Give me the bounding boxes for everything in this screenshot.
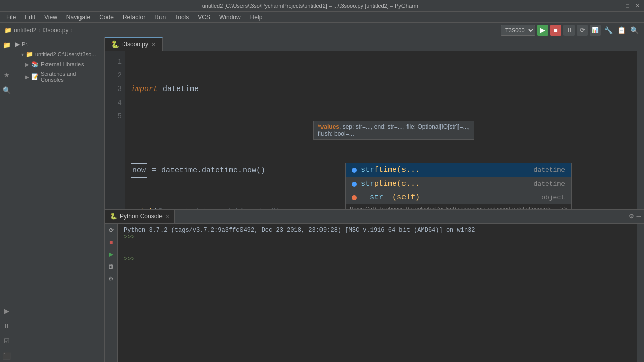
menu-tools[interactable]: Tools — [171, 13, 193, 22]
run-button[interactable]: ▶ — [537, 25, 548, 36]
breadcrumb-sep1: › — [38, 27, 40, 34]
menu-view[interactable]: View — [40, 13, 61, 22]
menu-navigate[interactable]: Navigate — [62, 13, 94, 22]
toolbar-btn3[interactable]: 🔍 — [629, 25, 640, 36]
coverage-button[interactable]: ⟳ — [577, 25, 588, 36]
menu-run[interactable]: Run — [150, 13, 170, 22]
console-settings-icon[interactable]: ⚙ — [629, 213, 634, 220]
tab-close-icon[interactable]: ✕ — [151, 41, 156, 48]
ac-item-strftime[interactable]: strftime(s... datetime — [346, 163, 571, 177]
profile-button[interactable]: 📊 — [590, 25, 601, 36]
ac-source-1: datetime — [534, 166, 565, 174]
icon-search[interactable]: 🔍 — [1, 84, 12, 96]
tab-bar: 🐍 t3sooo.py ✕ — [105, 37, 644, 51]
sidebar: ▶ Pr. ▾ 📁 untitled2 C:\Users\t3so... ▶ 📚… — [13, 37, 105, 362]
tab-t3sooo[interactable]: 🐍 t3sooo.py ✕ — [105, 37, 163, 51]
icon-fav[interactable]: ★ — [1, 69, 12, 80]
console-stop-btn[interactable]: ■ — [107, 238, 116, 247]
console-prompt-2: >>> — [124, 256, 631, 263]
ac-dot-2 — [352, 182, 357, 187]
bottom-panel: 🐍 Python Console ✕ ⚙ ─ ⟳ ■ ▶ 🗑 ⚙ — [105, 209, 644, 363]
scratches-label: Scratches and Consoles — [41, 71, 100, 83]
run-config: T3S000 ▶ ■ ⏸ ⟳ 📊 🔧 📋 🔍 — [501, 25, 640, 36]
console-restart-btn[interactable]: ⟳ — [107, 226, 116, 235]
scratches-icon: 📝 — [31, 73, 39, 80]
menu-vcs[interactable]: VCS — [194, 13, 214, 22]
ac-source-2: datetime — [534, 180, 565, 188]
tab-label: t3sooo.py — [122, 41, 148, 48]
menu-refactor[interactable]: Refactor — [119, 13, 149, 22]
minimize-btn[interactable]: ─ — [616, 3, 620, 9]
window-controls: ─ □ ✕ — [616, 3, 640, 9]
breadcrumb-sep2: › — [70, 27, 72, 34]
ac-source-3: object — [541, 194, 565, 201]
console-right-gutter — [637, 224, 644, 363]
ac-dot-3 — [352, 195, 357, 200]
console-tab-close-icon[interactable]: ✕ — [165, 214, 169, 219]
console-minimize-icon[interactable]: ─ — [636, 213, 641, 220]
toolbar-btn2[interactable]: 📋 — [616, 25, 627, 36]
icon-terminal[interactable]: ⬛ — [1, 350, 12, 361]
sidebar-item-root[interactable]: ▾ 📁 untitled2 C:\Users\t3so... — [13, 49, 104, 59]
code-editor: 1 2 3 4 5 import datetime now = datetime… — [105, 51, 644, 209]
main-content: 📁 ≡ ★ 🔍 ▶ ⏸ ☑ ⬛ ⚙ ▶ Pr. ▾ 📁 untitled2 C:… — [0, 37, 644, 362]
ac-dot-1 — [352, 168, 357, 173]
parameter-tooltip: *values, sep: str=..., end: str=..., fil… — [313, 121, 474, 140]
console-run-btn[interactable]: ▶ — [107, 250, 116, 259]
line-numbers: 1 2 3 4 5 — [105, 51, 125, 209]
libs-icon: 📚 — [31, 61, 39, 68]
folder-icon: 📁 — [26, 51, 33, 58]
breadcrumb-project[interactable]: untitled2 — [14, 27, 36, 34]
menu-edit[interactable]: Edit — [21, 13, 39, 22]
sidebar-item-project[interactable]: ▶ Pr. — [13, 39, 104, 49]
autocomplete-dropdown[interactable]: strftime(s... datetime strptime(c... dat… — [345, 163, 572, 209]
right-gutter — [637, 51, 644, 209]
arrow-right-icon: ▶ — [25, 62, 29, 67]
debug-button[interactable]: ⏸ — [564, 25, 575, 36]
console-content: ⟳ ■ ▶ 🗑 ⚙ Python 3.7.2 (tags/v3.7.2:9a3f… — [105, 224, 644, 363]
console-tab-actions: ⚙ ─ — [626, 210, 644, 223]
icon-project[interactable]: 📁 — [1, 39, 12, 50]
python-file-icon: 🐍 — [111, 40, 119, 48]
maximize-btn[interactable]: □ — [626, 3, 629, 9]
console-clear-btn[interactable]: 🗑 — [107, 262, 116, 271]
arrow-down-icon: ▾ — [21, 52, 24, 57]
ac-item-str-magic[interactable]: __str__(self) object — [346, 191, 571, 204]
console-left-buttons: ⟳ ■ ▶ 🗑 ⚙ — [105, 224, 118, 363]
python-console-label: Python Console — [120, 213, 163, 220]
sidebar-item-scratches[interactable]: ▶ 📝 Scratches and Consoles — [13, 69, 104, 84]
breadcrumb: 📁 untitled2 › t3sooo.py › — [4, 27, 72, 34]
breadcrumb-file[interactable]: t3sooo.py — [42, 27, 68, 34]
ac-hint-text: Press Ctrl+. to choose the selected (or … — [350, 206, 551, 209]
console-output[interactable]: Python 3.7.2 (tags/v3.7.2:9a3ffc0492, De… — [118, 224, 637, 363]
project-label: Pr. — [22, 41, 28, 47]
menu-help[interactable]: Help — [246, 13, 267, 22]
icon-debug-bottom[interactable]: ⏸ — [1, 320, 12, 331]
ac-hint-shortcut: >> — [560, 206, 567, 209]
arrow-icon: ▶ — [15, 41, 20, 48]
close-btn[interactable]: ✕ — [635, 3, 640, 9]
run-config-select[interactable]: T3S000 — [501, 25, 535, 36]
ext-libs-label: External Libraries — [41, 61, 84, 67]
ac-item-strptime[interactable]: strptime(c... datetime — [346, 177, 571, 191]
icon-bar: 📁 ≡ ★ 🔍 ▶ ⏸ ☑ ⬛ ⚙ — [0, 37, 13, 362]
toolbar-btn1[interactable]: 🔧 — [603, 25, 614, 36]
menubar: File Edit View Navigate Code Refactor Ru… — [0, 11, 644, 22]
icon-structure[interactable]: ≡ — [1, 54, 12, 65]
menu-file[interactable]: File — [2, 13, 20, 22]
arrow-right-scratches-icon: ▶ — [25, 74, 29, 80]
icon-todo[interactable]: ☑ — [1, 335, 12, 346]
titlebar: untitled2 [C:\Users\t3so\PycharmProjects… — [0, 0, 644, 11]
console-settings-side-btn[interactable]: ⚙ — [107, 274, 116, 283]
sidebar-item-ext-libs[interactable]: ▶ 📚 External Libraries — [13, 59, 104, 69]
stop-button[interactable]: ■ — [550, 25, 561, 36]
project-icon: 📁 — [4, 27, 12, 34]
menu-window[interactable]: Window — [215, 13, 245, 22]
python-console-icon: 🐍 — [110, 213, 117, 220]
tab-python-console[interactable]: 🐍 Python Console ✕ — [105, 210, 175, 223]
menu-code[interactable]: Code — [95, 13, 118, 22]
toolbar: 📁 untitled2 › t3sooo.py › T3S000 ▶ ■ ⏸ ⟳… — [0, 22, 644, 37]
title-text: untitled2 [C:\Users\t3so\PycharmProjects… — [4, 3, 616, 9]
ac-name-2: strptime(c... — [361, 179, 530, 188]
icon-run-bottom[interactable]: ▶ — [1, 305, 12, 316]
